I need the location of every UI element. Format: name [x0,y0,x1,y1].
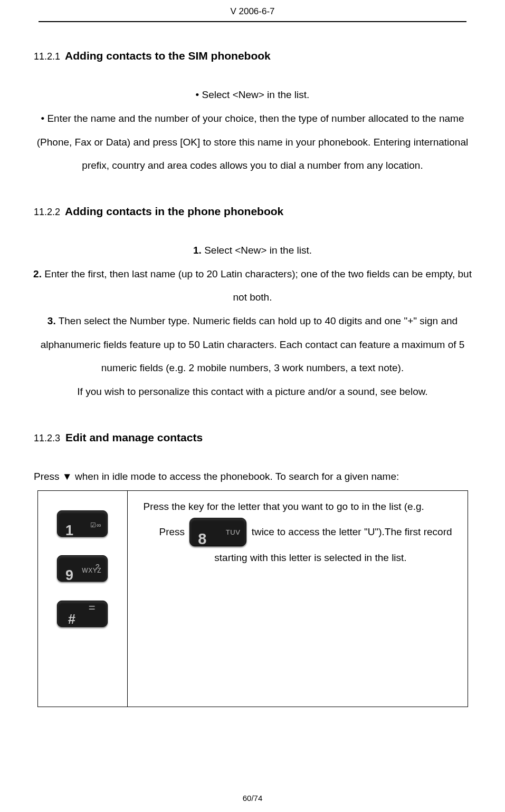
table-row: 1 ☑∞ 9 ? WXYZ # = Press the key for the … [37,490,468,707]
list-text-2: Enter the first, then last name (up to 2… [42,268,472,303]
sec1-para: • Enter the name and the number of your … [27,107,478,178]
sec2-item3: 3. Then select the Number type. Numeric … [27,310,478,380]
desc-after: twice to access the letter "U").The firs… [252,526,452,537]
desc-line3: starting with this letter is selected in… [133,546,462,569]
list-text-3: Then select the Number type. Numeric fie… [41,315,465,373]
desc-line2: Press 8 TUV twice to access the letter "… [133,518,462,546]
heading-11-2-2: 11.2.2 Adding contacts in the phone phon… [27,199,478,224]
heading-11-2-1: 11.2.1 Adding contacts to the SIM phoneb… [27,43,478,69]
sec2-item2: 2. Enter the first, then last name (up t… [27,263,478,310]
sec2-closing: If you wish to personalize this contact … [27,380,478,404]
key-sub: = [89,595,96,622]
key-sub: WXYZ [82,564,101,578]
heading-title: Adding contacts to the SIM phonebook [65,50,271,62]
cell-left-keys: 1 ☑∞ 9 ? WXYZ # = [37,490,127,707]
content-area: 11.2.1 Adding contacts to the SIM phoneb… [0,43,505,707]
heading-title: Adding contacts in the phone phonebook [65,205,283,217]
key-digit: 8 [198,521,206,557]
heading-11-2-3: 11.2.3 Edit and manage contacts [27,425,478,450]
list-text-1: Select <New> in the list. [202,245,312,256]
list-num-3: 3. [47,315,56,326]
heading-num: 11.2.1 [34,51,60,62]
phone-key-hash: # = [57,601,108,627]
sec3-intro: Press ▼ when in idle mode to access the … [27,465,478,489]
list-num-2: 2. [33,268,42,279]
key-sub: TUV [226,525,241,540]
sec1-bullet1: • Select <New> in the list. [27,83,478,107]
key-digit: 9 [65,559,73,592]
phone-key-8-inline: 8 TUV [189,518,246,546]
key-digit: # [68,604,75,635]
heading-title: Edit and manage contacts [65,431,203,443]
phone-key-1: 1 ☑∞ [57,510,108,537]
page-footer: 60/74 [0,794,505,803]
phone-key-9: 9 ? WXYZ [57,555,108,582]
desc-line1: Press the key for the letter that you wa… [133,495,462,518]
cell-right-desc: Press the key for the letter that you wa… [127,490,468,707]
desc-press: Press [159,526,188,537]
header-version: V 2006-6-7 [0,0,505,21]
search-name-table: 1 ☑∞ 9 ? WXYZ # = Press the key for the … [37,490,468,707]
key-sub: ☑∞ [90,518,101,533]
sec2-item1: 1. Select <New> in the list. [27,239,478,263]
heading-num: 11.2.2 [34,207,60,217]
key-digit: 1 [65,514,73,547]
heading-num: 11.2.3 [34,433,60,443]
header-rule [39,21,466,22]
list-num-1: 1. [193,245,202,256]
